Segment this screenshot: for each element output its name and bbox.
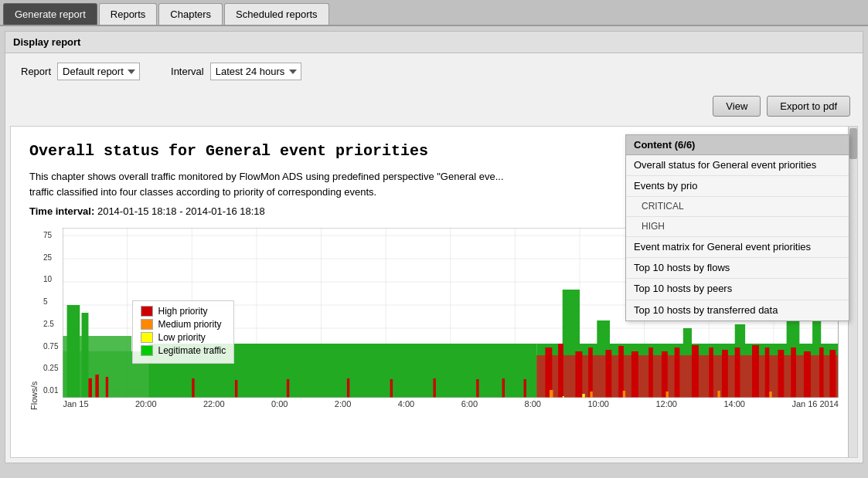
svg-rect-45 [692, 345, 699, 398]
interval-label: Interval [171, 66, 204, 77]
popup-item-3[interactable]: HIGH [626, 217, 849, 237]
svg-rect-37 [576, 351, 583, 398]
export-button[interactable]: Export to pdf [767, 96, 850, 117]
svg-rect-71 [718, 391, 720, 398]
svg-rect-58 [287, 379, 289, 398]
svg-rect-50 [765, 347, 770, 398]
svg-rect-63 [502, 378, 505, 398]
content-popup: Content (6/6) Overall status for General… [625, 134, 849, 321]
popup-item-5[interactable]: Top 10 hosts by flows [626, 258, 849, 279]
tab-chapters[interactable]: Chapters [158, 3, 223, 25]
popup-item-2[interactable]: CRITICAL [626, 197, 849, 217]
svg-rect-53 [804, 351, 811, 398]
report-area: Content (6/6) Overall status for General… [10, 126, 858, 458]
display-report-controls: Report Default report Interval Latest 24… [5, 53, 863, 90]
svg-rect-62 [477, 379, 479, 398]
report-control-group: Report Default report [21, 63, 140, 80]
svg-rect-42 [649, 347, 654, 398]
svg-rect-21 [67, 305, 80, 398]
interval-select[interactable]: Latest 24 hours [210, 63, 301, 80]
svg-rect-38 [589, 347, 594, 398]
popup-item-7[interactable]: Top 10 hosts by transferred data [626, 300, 849, 320]
popup-item-4[interactable]: Event matrix for General event prioritie… [626, 237, 849, 258]
svg-rect-56 [192, 378, 195, 398]
svg-rect-46 [710, 347, 714, 398]
legend-label-legit: Legitimate traffic [158, 345, 226, 356]
svg-rect-36 [559, 344, 564, 398]
popup-item-6[interactable]: Top 10 hosts by peers [626, 279, 849, 300]
legend-item-medium: Medium priority [141, 319, 226, 330]
report-label: Report [21, 66, 51, 77]
svg-rect-22 [82, 313, 89, 398]
legend-color-medium [141, 319, 153, 330]
svg-rect-44 [675, 347, 680, 398]
legend-label-medium: Medium priority [158, 319, 221, 330]
svg-rect-64 [524, 379, 526, 398]
svg-rect-33 [106, 377, 108, 398]
svg-rect-31 [89, 378, 92, 398]
tab-scheduled[interactable]: Scheduled reports [224, 3, 329, 25]
tab-generate[interactable]: Generate report [3, 3, 97, 25]
svg-rect-61 [434, 378, 436, 398]
legend-item-low: Low priority [141, 332, 226, 343]
svg-rect-67 [550, 390, 553, 398]
svg-rect-54 [819, 347, 824, 398]
svg-rect-65 [583, 394, 585, 398]
legend-label-high: High priority [158, 306, 207, 317]
svg-rect-68 [591, 392, 593, 398]
svg-rect-48 [735, 347, 740, 398]
legend: High priority Medium priority Low priori… [132, 300, 234, 364]
svg-rect-70 [666, 392, 669, 398]
popup-header: Content (6/6) [626, 135, 849, 155]
tab-bar: Generate report Reports Chapters Schedul… [0, 0, 868, 26]
svg-rect-32 [96, 375, 99, 398]
svg-rect-41 [631, 351, 638, 398]
display-report-section: Display report Report Default report Int… [5, 32, 863, 126]
svg-rect-72 [770, 392, 772, 398]
svg-rect-57 [235, 380, 237, 398]
legend-color-low [141, 332, 153, 343]
y-axis-label: Flows/s [29, 228, 39, 410]
button-row: View Export to pdf [5, 90, 863, 126]
svg-rect-55 [830, 350, 836, 398]
legend-color-legit [141, 345, 153, 356]
view-button[interactable]: View [713, 96, 761, 117]
svg-rect-49 [752, 345, 759, 398]
report-description: This chapter shows overall traffic monit… [29, 169, 570, 199]
main-panel: Display report Report Default report Int… [5, 31, 863, 463]
x-axis-labels: Jan 15 20:00 22:00 0:00 2:00 4:00 6:00 8… [63, 398, 839, 410]
display-report-header: Display report [5, 32, 863, 53]
legend-item-legit: Legitimate traffic [141, 345, 226, 356]
svg-rect-47 [722, 350, 728, 398]
svg-rect-60 [390, 379, 393, 398]
report-select[interactable]: Default report [57, 63, 140, 80]
svg-rect-52 [791, 347, 797, 398]
tab-reports[interactable]: Reports [99, 3, 158, 25]
svg-rect-51 [778, 350, 785, 398]
svg-rect-39 [606, 350, 612, 398]
interval-control-group: Interval Latest 24 hours [171, 63, 301, 80]
popup-item-1[interactable]: Events by prio [626, 176, 849, 197]
legend-item-high: High priority [141, 306, 226, 317]
popup-item-0[interactable]: Overall status for General event priorit… [626, 155, 849, 176]
svg-rect-59 [347, 378, 349, 398]
svg-rect-40 [619, 346, 625, 398]
svg-rect-43 [662, 351, 668, 398]
svg-rect-69 [623, 391, 625, 398]
legend-color-high [141, 306, 153, 317]
legend-label-low: Low priority [158, 332, 205, 343]
